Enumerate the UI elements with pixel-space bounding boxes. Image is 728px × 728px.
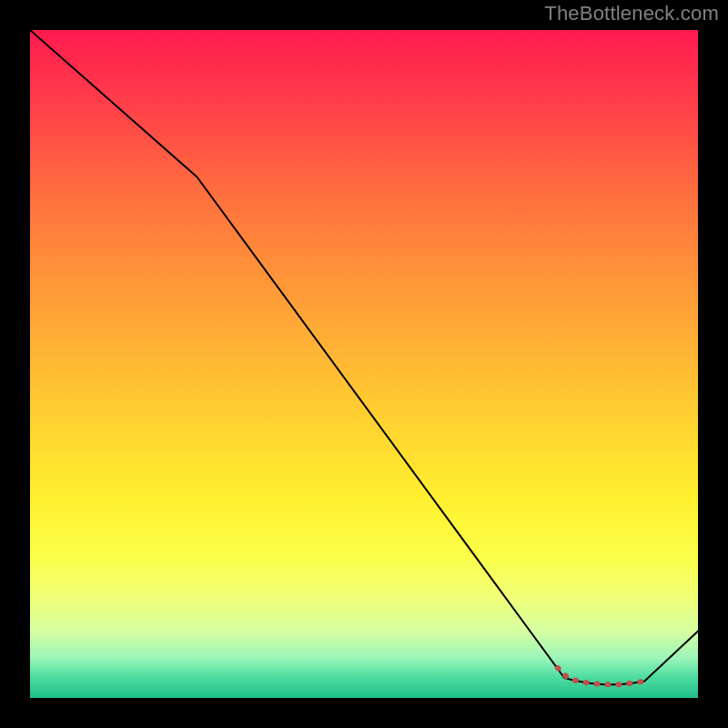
watermark-text: TheBottleneck.com (544, 2, 719, 25)
line-layer (30, 30, 698, 698)
optimal-range-marker-path (558, 668, 644, 684)
plot-area (30, 30, 698, 698)
bottleneck-curve-path (30, 30, 698, 684)
chart-frame: TheBottleneck.com (0, 0, 728, 728)
